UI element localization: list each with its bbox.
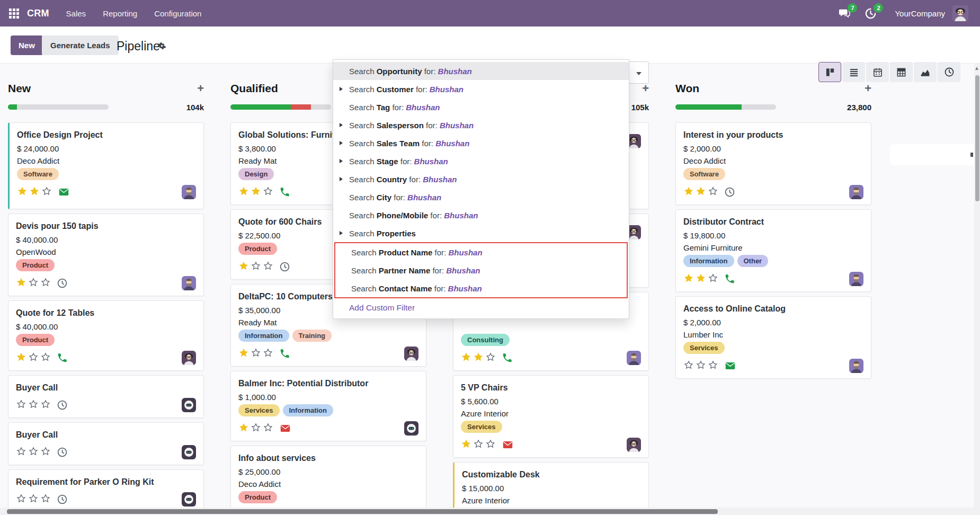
user-avatar[interactable] [952, 5, 968, 21]
salesperson-avatar[interactable] [627, 351, 641, 365]
add-card-button[interactable]: + [865, 83, 871, 94]
star-filled[interactable] [29, 186, 40, 199]
view-button-pivot[interactable] [890, 62, 913, 82]
star-empty[interactable] [16, 399, 26, 412]
activities-icon[interactable]: 2 [865, 7, 877, 20]
star-filled[interactable] [696, 186, 706, 199]
star-empty[interactable] [40, 493, 51, 506]
kanban-card[interactable]: Access to Online Catalog$ 2,000.00Lumber… [675, 296, 871, 379]
star-filled[interactable] [251, 186, 261, 199]
salesperson-avatar[interactable] [182, 276, 196, 290]
gear-icon[interactable] [157, 41, 166, 52]
salesperson-avatar[interactable] [849, 359, 863, 373]
star-empty[interactable] [41, 186, 52, 199]
activity-clock-icon[interactable] [724, 187, 735, 198]
scroll-up-arrow-icon[interactable] [975, 67, 978, 70]
search-suggestion-contact-name[interactable]: Search Contact Name for: Bhushan [335, 279, 627, 297]
view-button-list[interactable] [842, 62, 865, 82]
star-empty[interactable] [40, 399, 51, 412]
kanban-card[interactable]: Office Design Project$ 24,000.00Deco Add… [8, 122, 204, 209]
kanban-card[interactable]: 5 VP Chairs$ 5,600.00Azure InteriorServi… [453, 375, 649, 458]
view-button-kanban[interactable] [818, 62, 841, 82]
star-empty[interactable] [708, 273, 718, 286]
search-suggestion-country[interactable]: Search Country for: Bhushan [333, 170, 629, 188]
salesperson-avatar[interactable] [182, 398, 196, 412]
company-name[interactable]: YourCompany [895, 9, 945, 18]
kanban-card[interactable]: Interest in your products$ 2,000.00Deco … [675, 122, 871, 205]
expand-arrow-icon[interactable] [340, 177, 343, 181]
salesperson-avatar[interactable] [404, 421, 418, 436]
search-suggestion-properties[interactable]: Search Properties [333, 224, 629, 242]
vertical-scrollbar[interactable] [974, 64, 980, 508]
star-empty[interactable] [40, 277, 51, 290]
column-progressbar[interactable] [8, 104, 109, 110]
expand-arrow-icon[interactable] [340, 231, 343, 235]
star-empty[interactable] [251, 422, 261, 435]
apps-menu-icon[interactable] [9, 8, 19, 19]
star-empty[interactable] [16, 493, 26, 506]
search-suggestion-city[interactable]: Search City for: Bhushan [333, 188, 629, 206]
search-suggestion-sales-team[interactable]: Search Sales Team for: Bhushan [333, 134, 629, 152]
expand-arrow-icon[interactable] [340, 141, 343, 145]
view-button-graph[interactable] [914, 62, 937, 82]
activity-clock-icon[interactable] [57, 447, 68, 458]
column-progressbar[interactable] [675, 104, 776, 110]
generate-leads-button[interactable]: Generate Leads [42, 35, 119, 55]
star-filled[interactable] [238, 348, 249, 360]
star-filled[interactable] [17, 186, 28, 199]
star-empty[interactable] [485, 352, 496, 365]
star-filled[interactable] [238, 186, 249, 199]
star-empty[interactable] [708, 360, 718, 372]
salesperson-avatar[interactable] [627, 438, 641, 452]
star-empty[interactable] [16, 446, 26, 459]
star-filled[interactable] [696, 273, 706, 286]
star-empty[interactable] [473, 439, 484, 451]
star-filled[interactable] [238, 261, 249, 273]
expand-arrow-icon[interactable] [340, 87, 343, 91]
top-menu-configuration[interactable]: Configuration [154, 9, 201, 18]
search-dropdown-caret-icon[interactable] [636, 72, 642, 75]
horizontal-scrollbar[interactable] [0, 508, 980, 515]
star-empty[interactable] [696, 360, 706, 372]
top-menu-reporting[interactable]: Reporting [103, 9, 137, 18]
search-suggestion-stage[interactable]: Search Stage for: Bhushan [333, 152, 629, 170]
activity-mail-green-icon[interactable] [724, 360, 736, 371]
star-filled[interactable] [16, 352, 26, 365]
kanban-card[interactable]: Balmer Inc: Potential Distributor$ 1,000… [230, 371, 426, 441]
star-empty[interactable] [251, 348, 261, 360]
add-card-button[interactable]: + [642, 83, 649, 94]
activity-mail-red-icon[interactable] [502, 439, 514, 450]
activity-phone-icon[interactable] [502, 352, 513, 363]
star-empty[interactable] [28, 446, 39, 459]
add-column-input[interactable] [890, 144, 978, 165]
kanban-card[interactable]: Customizable Desk$ 15,000.00Azure Interi… [453, 462, 649, 508]
star-empty[interactable] [708, 186, 718, 199]
star-filled[interactable] [461, 352, 471, 365]
search-suggestion-salesperson[interactable]: Search Salesperson for: Bhushan [333, 116, 629, 134]
star-empty[interactable] [263, 261, 273, 273]
top-menu-sales[interactable]: Sales [66, 9, 86, 18]
activity-phone-icon[interactable] [279, 348, 290, 359]
kanban-card[interactable]: Info about services$ 25,000.00Deco Addic… [230, 446, 426, 508]
search-suggestion-product-name[interactable]: Search Product Name for: Bhushan [335, 243, 627, 261]
star-filled[interactable] [683, 273, 694, 286]
salesperson-avatar[interactable] [849, 185, 863, 199]
view-button-calendar[interactable] [866, 62, 889, 82]
search-suggestion-phone-mobile[interactable]: Search Phone/Mobile for: Bhushan [333, 206, 629, 224]
star-filled[interactable] [473, 352, 484, 365]
view-button-activity[interactable] [938, 62, 960, 82]
kanban-card[interactable]: Distributor Contract$ 19,800.00Gemini Fu… [675, 209, 871, 292]
horizontal-scroll-thumb[interactable] [7, 509, 718, 514]
star-empty[interactable] [28, 399, 39, 412]
vertical-scroll-thumb[interactable] [975, 75, 979, 201]
star-empty[interactable] [263, 186, 273, 199]
star-empty[interactable] [28, 277, 39, 290]
star-filled[interactable] [238, 422, 249, 435]
column-progressbar[interactable] [230, 104, 331, 110]
kanban-card[interactable]: Buyer Call [8, 375, 204, 418]
kanban-card[interactable]: Quote for 12 Tables$ 40,000.00Product [8, 300, 204, 371]
activity-mail-red-icon[interactable] [279, 423, 291, 434]
star-filled[interactable] [683, 186, 694, 199]
salesperson-avatar[interactable] [182, 445, 196, 459]
expand-arrow-icon[interactable] [340, 159, 343, 163]
